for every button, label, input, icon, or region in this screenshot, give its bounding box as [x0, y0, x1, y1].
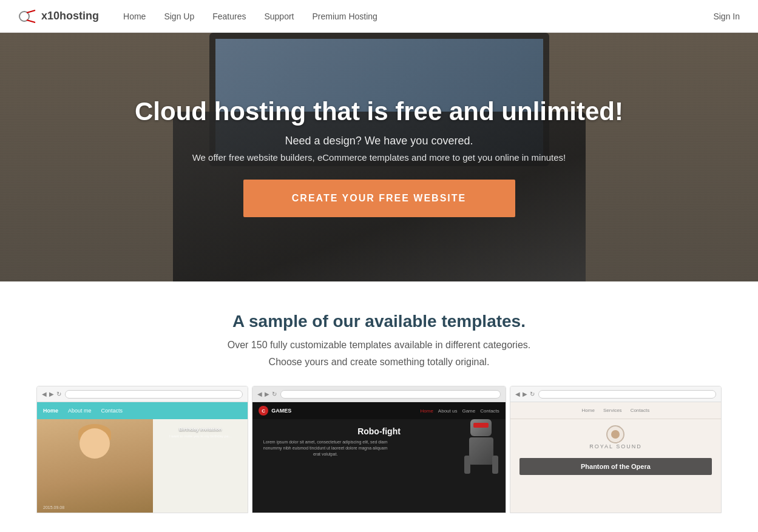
games-logo-icon: C [259, 406, 268, 416]
svg-line-1 [27, 10, 35, 13]
templates-sub2: Choose yours and create something totall… [36, 357, 722, 368]
nav-links: Home Sign Up Features Support Premium Ho… [123, 11, 713, 22]
nav-signup[interactable]: Sign Up [164, 12, 194, 21]
templates-subtitle: Over 150 fully customizable templates av… [36, 340, 722, 351]
browser-content-right: Home Services Contacts Royal sound Phant… [510, 402, 721, 513]
previews-row: ◀ ▶ ↻ Home About me Contacts [36, 386, 722, 513]
games-nav-home: Home [421, 408, 433, 414]
mock-body-birthday: Birthday Invitation I want to invite you… [37, 419, 248, 513]
nav-features[interactable]: Features [212, 12, 246, 21]
nav-contacts-birthday: Contacts [101, 408, 123, 414]
royal-logo-inner [611, 430, 620, 439]
nav-refresh-icon-right[interactable]: ↻ [530, 391, 535, 397]
mock-nav-games: C GAMES Home About us Game Contacts [252, 402, 506, 419]
birthday-date: 2015.09.08 [43, 505, 64, 510]
nav-premium-hosting[interactable]: Premium Hosting [313, 12, 377, 21]
robot-arm-right [492, 456, 498, 474]
birthday-heading: Birthday Invitation [158, 426, 243, 432]
nav-home-birthday: Home [43, 408, 58, 414]
nav-refresh-icon[interactable]: ↻ [56, 391, 61, 397]
templates-section: A sample of our available templates. Ove… [0, 281, 758, 531]
templates-title: A sample of our available templates. [36, 312, 722, 331]
royal-logo-area: Royal sound [510, 419, 721, 453]
nav-support[interactable]: Support [264, 12, 294, 21]
url-bar-right[interactable] [538, 390, 716, 399]
browser-nav-left: ◀ ▶ ↻ [42, 391, 61, 397]
preview-games: ◀ ▶ ↻ C GAMES Home About us Game C [252, 386, 506, 513]
robot-body [469, 437, 493, 465]
mock-nav-royal: Home Services Contacts [510, 402, 721, 419]
nav-forward-icon-right[interactable]: ▶ [523, 391, 527, 397]
royal-brand: Royal sound [589, 443, 642, 450]
games-logo: C GAMES [259, 406, 291, 416]
hero-content: Cloud hosting that is free and unlimited… [110, 97, 648, 217]
browser-nav-mid: ◀ ▶ ↻ [257, 391, 277, 397]
nav-back-icon-mid[interactable]: ◀ [257, 391, 262, 397]
url-bar-mid[interactable] [280, 390, 501, 399]
royal-nav-contacts: Contacts [631, 408, 650, 413]
preview-royal: ◀ ▶ ↻ Home Services Contacts Royal sound [510, 386, 722, 513]
hero-subtitle: Need a design? We have you covered. [135, 135, 623, 147]
browser-bar-left: ◀ ▶ ↻ [37, 386, 248, 402]
face-shape [80, 428, 110, 459]
url-bar-left[interactable] [65, 390, 243, 399]
browser-bar-right: ◀ ▶ ↻ [510, 386, 721, 402]
svg-line-2 [27, 20, 35, 22]
logo-icon [18, 7, 38, 26]
royal-nav-home: Home [582, 408, 595, 413]
games-logo-name: GAMES [271, 408, 291, 414]
preview-birthday: ◀ ▶ ↻ Home About me Contacts [36, 386, 248, 513]
hero-description: We offer free website builders, eCommerc… [135, 152, 623, 163]
games-nav-game: Game [462, 408, 475, 414]
navbar: x10hosting Home Sign Up Features Support… [0, 0, 758, 33]
hero-title: Cloud hosting that is free and unlimited… [135, 97, 623, 126]
signin-link[interactable]: Sign In [713, 12, 740, 21]
cta-button[interactable]: CREATE YOUR FREE WEBSITE [243, 180, 515, 217]
royal-logo-circle [606, 425, 624, 443]
nav-back-icon-right[interactable]: ◀ [515, 391, 520, 397]
games-desc: Lorem ipsum dolor sit amet, consectetuer… [260, 439, 391, 457]
browser-bar-mid: ◀ ▶ ↻ [252, 386, 506, 402]
games-nav-links: Home About us Game Contacts [421, 408, 499, 414]
nav-home[interactable]: Home [123, 12, 146, 21]
phantom-title: Phantom of the Opera [524, 463, 707, 470]
nav-forward-icon[interactable]: ▶ [49, 391, 54, 397]
robot-visor [473, 423, 489, 428]
browser-content-left: Home About me Contacts Birthday Invitati… [37, 402, 248, 513]
mock-text-birthday: Birthday Invitation I want to invite you… [153, 419, 248, 513]
games-nav-about: About us [438, 408, 458, 414]
nav-back-icon[interactable]: ◀ [42, 391, 47, 397]
mock-nav-birthday: Home About me Contacts [37, 402, 248, 419]
browser-content-mid: C GAMES Home About us Game Contacts Robo… [252, 402, 506, 513]
birthday-text: I want to invite you to my birthday pa..… [158, 434, 243, 438]
logo[interactable]: x10hosting [18, 7, 99, 26]
browser-nav-right: ◀ ▶ ↻ [515, 391, 535, 397]
mock-body-games: Robo-fight Lorem ipsum dolor sit amet, c… [252, 419, 506, 464]
brand-name: x10hosting [41, 10, 99, 22]
mock-image-birthday [37, 419, 153, 513]
robot-figure [463, 419, 499, 486]
nav-forward-icon-mid[interactable]: ▶ [265, 391, 269, 397]
phantom-box: Phantom of the Opera [519, 458, 712, 475]
nav-refresh-icon-mid[interactable]: ↻ [272, 391, 277, 397]
games-nav-contacts: Contacts [480, 408, 499, 414]
nav-about-birthday: About me [68, 408, 92, 414]
royal-nav-services: Services [603, 408, 622, 413]
hero-section: Cloud hosting that is free and unlimited… [0, 33, 758, 281]
robot-arm-left [464, 456, 470, 474]
robot-head [470, 419, 492, 436]
